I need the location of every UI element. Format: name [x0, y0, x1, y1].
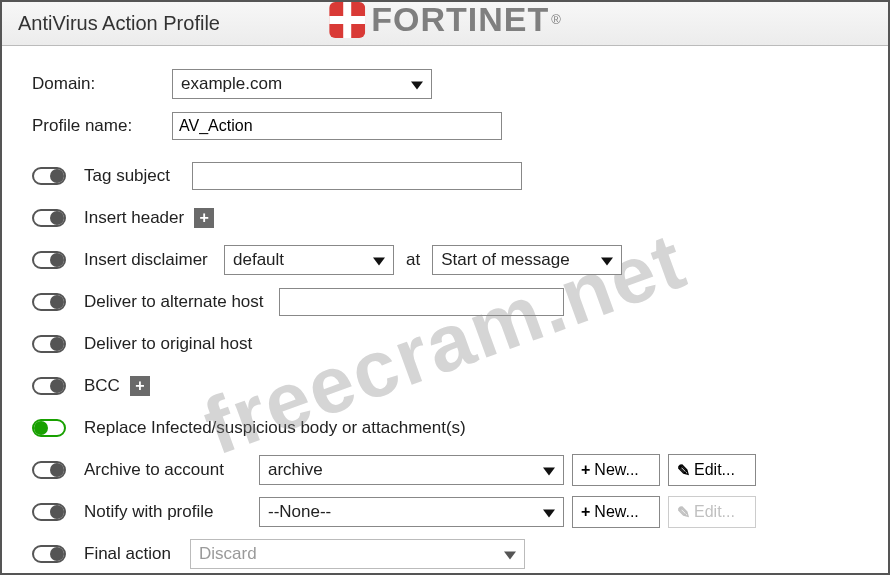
archive-toggle[interactable] [32, 461, 66, 479]
domain-select[interactable]: example.com [172, 69, 432, 99]
orig-host-toggle[interactable] [32, 335, 66, 353]
final-action-toggle[interactable] [32, 545, 66, 563]
insert-header-label: Insert header [84, 208, 184, 228]
page-title-text: AntiVirus Action Profile [18, 12, 220, 34]
final-action-select[interactable]: Discard [190, 539, 525, 569]
notify-profile-value: --None-- [268, 502, 331, 522]
disclaimer-position-select[interactable]: Start of message [432, 245, 622, 275]
insert-disclaimer-toggle[interactable] [32, 251, 66, 269]
disclaimer-at-label: at [406, 250, 420, 270]
chevron-down-icon [373, 258, 385, 266]
archive-label: Archive to account [84, 460, 259, 480]
button-label: Edit... [694, 503, 735, 521]
chevron-down-icon [411, 82, 423, 90]
insert-disclaimer-row: Insert disclaimer default at Start of me… [32, 242, 858, 278]
disclaimer-template-value: default [233, 250, 284, 270]
final-action-label: Final action [84, 544, 190, 564]
button-label: Edit... [694, 461, 735, 479]
bcc-label: BCC [84, 376, 120, 396]
disclaimer-position-value: Start of message [441, 250, 570, 270]
insert-header-add-icon[interactable]: + [194, 208, 214, 228]
bcc-row: BCC + [32, 368, 858, 404]
plus-icon: + [135, 377, 144, 395]
orig-host-row: Deliver to original host [32, 326, 858, 362]
button-label: New... [594, 503, 638, 521]
archive-account-value: archive [268, 460, 323, 480]
alt-host-toggle[interactable] [32, 293, 66, 311]
archive-account-select[interactable]: archive [259, 455, 564, 485]
plus-icon: + [581, 503, 590, 521]
profile-name-input[interactable] [172, 112, 502, 140]
bcc-toggle[interactable] [32, 377, 66, 395]
chevron-down-icon [543, 468, 555, 476]
chevron-down-icon [504, 552, 516, 560]
tag-subject-input[interactable] [192, 162, 522, 190]
alt-host-label: Deliver to alternate host [84, 292, 279, 312]
final-action-row: Final action Discard [32, 536, 858, 572]
chevron-down-icon [601, 258, 613, 266]
domain-value: example.com [181, 74, 282, 94]
final-action-value: Discard [199, 544, 257, 564]
insert-header-row: Insert header + [32, 200, 858, 236]
replace-row: Replace Infected/suspicious body or atta… [32, 410, 858, 446]
tag-subject-row: Tag subject [32, 158, 858, 194]
plus-icon: + [200, 209, 209, 227]
orig-host-label: Deliver to original host [84, 334, 252, 354]
notify-row: Notify with profile --None-- + New... ✎ … [32, 494, 858, 530]
notify-label: Notify with profile [84, 502, 259, 522]
profile-name-row: Profile name: [32, 108, 858, 144]
insert-disclaimer-label: Insert disclaimer [84, 250, 224, 270]
form-panel: freecram.net Domain: example.com Profile… [2, 46, 888, 575]
button-label: New... [594, 461, 638, 479]
alt-host-input[interactable] [279, 288, 564, 316]
insert-header-toggle[interactable] [32, 209, 66, 227]
replace-toggle[interactable] [32, 419, 66, 437]
replace-label: Replace Infected/suspicious body or atta… [84, 418, 466, 438]
tag-subject-toggle[interactable] [32, 167, 66, 185]
notify-new-button[interactable]: + New... [572, 496, 660, 528]
bcc-add-icon[interactable]: + [130, 376, 150, 396]
notify-edit-button: ✎ Edit... [668, 496, 756, 528]
disclaimer-template-select[interactable]: default [224, 245, 394, 275]
notify-toggle[interactable] [32, 503, 66, 521]
alt-host-row: Deliver to alternate host [32, 284, 858, 320]
profile-name-label: Profile name: [32, 116, 172, 136]
chevron-down-icon [543, 510, 555, 518]
plus-icon: + [581, 461, 590, 479]
notify-profile-select[interactable]: --None-- [259, 497, 564, 527]
edit-icon: ✎ [677, 503, 690, 522]
page-title: AntiVirus Action Profile [2, 2, 888, 46]
edit-icon: ✎ [677, 461, 690, 480]
tag-subject-label: Tag subject [84, 166, 192, 186]
archive-row: Archive to account archive + New... ✎ Ed… [32, 452, 858, 488]
domain-row: Domain: example.com [32, 66, 858, 102]
archive-new-button[interactable]: + New... [572, 454, 660, 486]
domain-label: Domain: [32, 74, 172, 94]
archive-edit-button[interactable]: ✎ Edit... [668, 454, 756, 486]
